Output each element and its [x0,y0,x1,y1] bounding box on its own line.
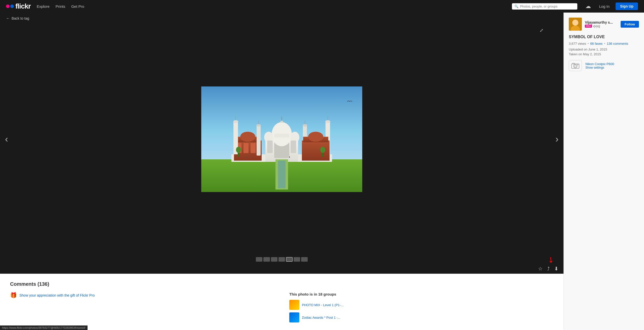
comments-title: Comments (136) [10,281,553,287]
back-to-tag[interactable]: ← Back to tag [0,13,564,24]
pro-badge: PRO [585,25,592,28]
nav-explore[interactable]: Explore [37,4,50,9]
main-layout: ← Back to tag ‹ [0,13,644,330]
login-button[interactable]: Log In [599,4,610,9]
thumbnail-1[interactable] [256,257,262,262]
svg-rect-27 [267,140,273,153]
svg-point-52 [574,64,577,68]
svg-point-47 [320,147,325,153]
user-info: Vijayamurthy s... PRO vjvjvjj [585,20,618,28]
svg-point-37 [308,132,323,142]
photo-viewer: ‹ [0,24,564,254]
taken-date: Taken on May 2, 2015 [569,52,639,56]
search-input[interactable] [520,5,575,8]
svg-rect-42 [289,156,290,158]
search-icon: 🔍 [514,5,518,8]
flickr-logo[interactable]: flickr [6,2,31,10]
svg-rect-39 [278,161,286,188]
search-bar[interactable]: 🔍 [512,3,577,10]
back-arrow-icon: ← [6,16,10,21]
user-row: Vijayamurthy s... PRO vjvjvjj Follow [569,18,639,31]
prev-photo-button[interactable]: ‹ [3,131,11,147]
svg-point-30 [303,124,307,127]
follow-button[interactable]: Follow [621,21,639,28]
gift-banner: 🎁 Show your appreciation with the gift o… [10,292,274,299]
group-avatar-1 [289,300,299,310]
svg-rect-28 [291,140,296,153]
svg-rect-43 [309,156,310,158]
svg-rect-35 [302,140,330,161]
svg-rect-8 [251,143,256,153]
upload-date: Uploaded on June 1, 2015 [569,48,639,51]
svg-rect-26 [292,137,298,140]
show-settings-link[interactable]: Show settings [585,66,614,69]
views-count: 3,677 views [569,42,586,45]
share-button[interactable]: ⤴ [547,266,550,272]
url-bar: https://www.flickr.com/photos/38783277@N… [0,325,88,330]
svg-rect-24 [266,137,272,140]
faves-link[interactable]: 66 faves [590,42,602,45]
stat-dot-2: • [604,42,605,45]
svg-point-5 [240,132,255,142]
svg-point-13 [256,124,261,127]
back-label: Back to tag [12,16,29,20]
svg-point-33 [325,120,330,123]
next-photo-button[interactable]: › [553,131,561,147]
group-avatar-2 [289,312,299,322]
group-name-2[interactable]: Zodiac Awards * Post 1 -... [302,316,340,319]
svg-point-10 [233,120,238,123]
comments-grid: 🎁 Show your appreciation with the gift o… [10,292,553,322]
thumbnail-5[interactable] [286,257,293,262]
camera-icon-box [569,60,582,71]
user-name[interactable]: Vijayamurthy s... [585,20,618,24]
user-handle-row: PRO vjvjvjj [585,24,618,28]
groups-section: This photo is in 18 groups PHOTO MIX - L… [289,292,553,322]
nav-getpro[interactable]: Get Pro [71,4,84,9]
photo-area: ← Back to tag ‹ [0,13,564,330]
svg-rect-40 [247,156,247,158]
camera-info: Nikon Coolpix P600 Show settings [585,62,614,69]
camera-name[interactable]: Nikon Coolpix P600 [585,62,614,66]
upload-button[interactable]: ☁ [583,3,593,10]
group-name-1[interactable]: PHOTO MIX - Level 1 (P1-... [302,303,343,307]
comment-column: 🎁 Show your appreciation with the gift o… [10,292,274,322]
svg-point-49 [572,20,578,26]
gift-pro-link[interactable]: Show your appreciation with the gift of … [19,293,95,297]
nav-prints[interactable]: Prints [56,4,65,9]
thumbnail-7[interactable] [301,257,308,262]
thumbnail-3[interactable] [271,257,277,262]
user-avatar[interactable] [569,18,582,31]
user-handle: vjvjvjj [593,24,600,28]
flickr-dots [6,5,14,8]
thumbnail-6[interactable] [294,257,300,262]
stat-dot-1: • [588,42,589,45]
top-nav: flickr Explore Prints Get Pro 🔍 ☁ Log In… [0,0,644,13]
dot-blue [10,5,14,8]
download-button[interactable]: ⬇ [554,266,558,272]
comments-section: Comments (136) 🎁 Show your appreciation … [0,274,564,330]
groups-list: PHOTO MIX - Level 1 (P1-... Zodiac Award… [289,300,553,322]
main-photo [201,86,362,192]
right-sidebar: Vijayamurthy s... PRO vjvjvjj Follow SYM… [564,13,644,330]
gift-icon: 🎁 [10,292,17,299]
camera-row: Nikon Coolpix P600 Show settings [569,60,639,71]
logo-text: flickr [15,2,31,10]
signup-button[interactable]: Sign Up [616,3,638,10]
svg-point-21 [280,121,283,123]
fullscreen-button[interactable]: ⤢ [540,28,543,33]
thumbnail-2[interactable] [263,257,270,262]
bottom-action-bar: ☆ ⤴ ⬇ ➘ [0,264,564,274]
thumbnail-strip [0,254,564,264]
fave-button[interactable]: ☆ [538,266,543,272]
avatar-svg [569,18,582,31]
svg-rect-7 [244,143,249,153]
svg-rect-22 [274,134,289,137]
taj-mahal-svg [201,86,362,192]
photo-title: SYMBOL OF LOVE [569,35,639,39]
groups-title: This photo is in 18 groups [289,292,553,296]
svg-rect-41 [252,156,252,158]
svg-rect-12 [257,125,261,156]
comments-link[interactable]: 136 comments [607,42,628,45]
svg-rect-55 [577,64,578,65]
thumbnail-4[interactable] [278,257,285,262]
